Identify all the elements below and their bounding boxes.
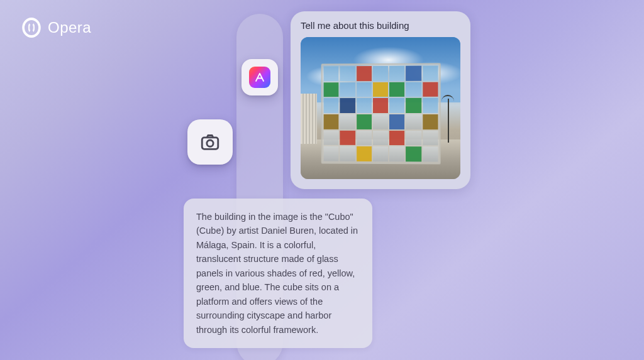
user-prompt-card: Tell me about this building — [291, 11, 470, 189]
assistant-response-card: The building in the image is the "Cubo" … — [184, 199, 372, 348]
svg-point-1 — [207, 140, 213, 146]
aria-assistant-icon — [249, 67, 270, 88]
camera-button[interactable] — [187, 119, 233, 165]
assistant-response-text: The building in the image is the "Cubo" … — [196, 210, 360, 337]
opera-o-icon — [22, 18, 40, 38]
aria-assistant-button[interactable] — [242, 59, 278, 95]
camera-icon — [199, 131, 221, 153]
cube-building-illustration — [321, 63, 441, 164]
opera-wordmark: Opera — [48, 19, 91, 36]
user-uploaded-image[interactable] — [301, 37, 460, 179]
user-prompt-text: Tell me about this building — [301, 20, 460, 31]
opera-logo: Opera — [21, 18, 91, 38]
